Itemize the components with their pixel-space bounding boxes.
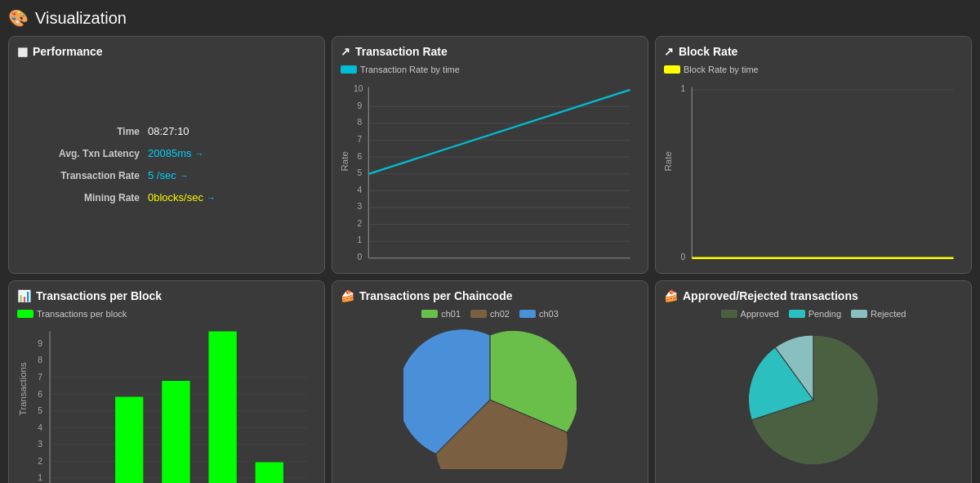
svg-text:6: 6 xyxy=(358,152,363,161)
ch03-label: ch03 xyxy=(539,309,559,319)
svg-text:1: 1 xyxy=(681,84,686,93)
svg-text:1: 1 xyxy=(358,235,363,244)
svg-text:2: 2 xyxy=(38,457,42,466)
rejected-label: Rejected xyxy=(871,309,906,319)
blockrate-chart: Block Rate by time 0 1 Rate 08:27:10 0 xyxy=(664,65,963,265)
svg-text:1: 1 xyxy=(38,473,42,482)
txnrate-legend: Transaction Rate by time xyxy=(341,65,639,74)
svg-text:8: 8 xyxy=(358,118,363,127)
txn-per-block-panel: 📊 Transactions per Block Transactions pe… xyxy=(8,280,325,483)
perf-mining-label: Mining Rate xyxy=(25,192,140,203)
perf-time-row: Time 08:27:10 xyxy=(25,125,308,137)
approved-legend: Approved Pending Rejected xyxy=(721,309,906,319)
blockrate-legend-color xyxy=(664,65,680,74)
bar-3 xyxy=(162,381,189,483)
txnblock-legend-color xyxy=(17,310,33,318)
perf-txnrate-row: Transaction Rate 5 /sec → xyxy=(25,169,308,181)
txnrate-legend-item: Transaction Rate by time xyxy=(341,65,460,74)
txnblock-legend: Transactions per block xyxy=(17,309,316,319)
txnrate-title: ↗ Transaction Rate xyxy=(341,45,639,58)
chaincode-legend-ch01: ch01 xyxy=(421,309,461,319)
ch01-legend-color xyxy=(421,310,438,318)
ch02-legend-color xyxy=(470,310,487,318)
svg-text:0: 0 xyxy=(358,253,363,262)
bar-4 xyxy=(208,331,236,483)
perf-txnrate-label: Transaction Rate xyxy=(25,170,140,181)
txnrate-icon: ↗ xyxy=(341,45,350,58)
approved-label: Approved xyxy=(741,309,779,319)
perf-mining-arrow: → xyxy=(207,193,216,203)
txnrate-legend-color xyxy=(341,65,357,74)
blockrate-legend-item: Block Rate by time xyxy=(664,65,759,74)
approved-legend-color xyxy=(721,310,737,318)
page-title: 🎨 Visualization xyxy=(8,8,972,28)
svg-text:4: 4 xyxy=(358,186,363,195)
ch01-label: ch01 xyxy=(441,309,461,319)
approved-icon: 🍰 xyxy=(664,289,678,302)
bar-5 xyxy=(256,462,283,483)
ch02-label: ch02 xyxy=(490,309,510,319)
perf-mining-row: Mining Rate 0blocks/sec → xyxy=(25,191,308,203)
performance-title: ▦ Performance xyxy=(17,45,316,58)
perf-latency-row: Avg. Txn Latency 20085ms → xyxy=(25,147,308,159)
txnblock-title: 📊 Transactions per Block xyxy=(17,289,316,302)
performance-metrics: Time 08:27:10 Avg. Txn Latency 20085ms →… xyxy=(17,65,316,265)
svg-text:9: 9 xyxy=(38,338,42,347)
blockrate-icon: ↗ xyxy=(664,45,674,58)
svg-text:08:27:49: 08:27:49 xyxy=(915,264,947,265)
blockrate-legend: Block Rate by time xyxy=(664,65,963,74)
svg-text:08:27:49: 08:27:49 xyxy=(591,264,624,265)
pending-legend-color xyxy=(789,310,805,318)
chaincode-legend-ch02: ch02 xyxy=(470,309,510,319)
approved-pie-svg xyxy=(727,322,900,469)
transaction-rate-panel: ↗ Transaction Rate Transaction Rate by t… xyxy=(332,36,648,274)
svg-text:8: 8 xyxy=(38,356,42,364)
txnrate-chart: Transaction Rate by time 0 1 2 3 4 5 6 7… xyxy=(341,65,639,265)
rejected-legend-color xyxy=(851,310,867,318)
txnblock-legend-item: Transactions per block xyxy=(17,309,127,319)
dashboard-grid: ▦ Performance Time 08:27:10 Avg. Txn Lat… xyxy=(8,36,972,461)
chaincode-legend-ch03: ch03 xyxy=(519,309,559,319)
svg-text:7: 7 xyxy=(38,373,42,382)
svg-text:08:27:10: 08:27:10 xyxy=(367,264,399,265)
svg-text:6: 6 xyxy=(38,389,42,398)
svg-text:10: 10 xyxy=(354,84,363,93)
txnrate-legend-label: Transaction Rate by time xyxy=(360,65,460,74)
txnblock-svg: Transactions 0 1 2 3 4 5 6 7 8 9 xyxy=(17,322,316,483)
perf-latency-arrow: → xyxy=(194,149,203,159)
pending-label: Pending xyxy=(808,309,841,319)
svg-text:0: 0 xyxy=(681,253,686,262)
perf-latency-label: Avg. Txn Latency xyxy=(25,148,140,159)
chaincode-pie-container: ch01 ch02 ch03 xyxy=(341,309,639,483)
txnblock-legend-label: Transactions per block xyxy=(37,309,127,319)
chaincode-icon: 🍰 xyxy=(341,289,354,302)
chaincode-title: 🍰 Transactions per Chaincode xyxy=(341,289,639,302)
performance-panel: ▦ Performance Time 08:27:10 Avg. Txn Lat… xyxy=(8,36,325,274)
svg-text:2: 2 xyxy=(358,219,363,228)
ch03-legend-color xyxy=(519,310,536,318)
blockrate-svg: 0 1 Rate 08:27:10 08:27:49 Time(HH:MM:SS… xyxy=(664,78,963,265)
svg-text:3: 3 xyxy=(38,440,42,449)
blockrate-title: ↗ Block Rate xyxy=(664,45,963,58)
svg-text:5: 5 xyxy=(358,168,363,177)
approved-legend-rejected: Rejected xyxy=(851,309,906,319)
svg-text:9: 9 xyxy=(358,101,363,110)
txnrate-svg: 0 1 2 3 4 5 6 7 8 9 10 Rate xyxy=(341,78,639,265)
svg-text:4: 4 xyxy=(38,423,42,432)
svg-text:Rate: Rate xyxy=(341,151,350,171)
approved-title: 🍰 Approved/Rejected transactions xyxy=(664,289,963,302)
blockrate-legend-label: Block Rate by time xyxy=(684,65,759,74)
txnblock-chart: Transactions per block Transactions 0 1 … xyxy=(17,309,316,483)
perf-txnrate-arrow: → xyxy=(180,171,189,181)
svg-text:5: 5 xyxy=(38,406,42,415)
txn-per-chaincode-panel: 🍰 Transactions per Chaincode ch01 ch02 c… xyxy=(332,280,648,483)
approved-legend-approved: Approved xyxy=(721,309,779,319)
performance-icon: ▦ xyxy=(17,45,28,58)
palette-icon: 🎨 xyxy=(8,8,29,28)
svg-text:08:27:10: 08:27:10 xyxy=(690,264,723,265)
perf-time-label: Time xyxy=(25,126,140,137)
perf-time-value: 08:27:10 xyxy=(148,125,189,137)
approved-rejected-panel: 🍰 Approved/Rejected transactions Approve… xyxy=(655,280,972,483)
perf-latency-value: 20085ms xyxy=(148,147,191,159)
chaincode-legend: ch01 ch02 ch03 xyxy=(421,309,559,319)
